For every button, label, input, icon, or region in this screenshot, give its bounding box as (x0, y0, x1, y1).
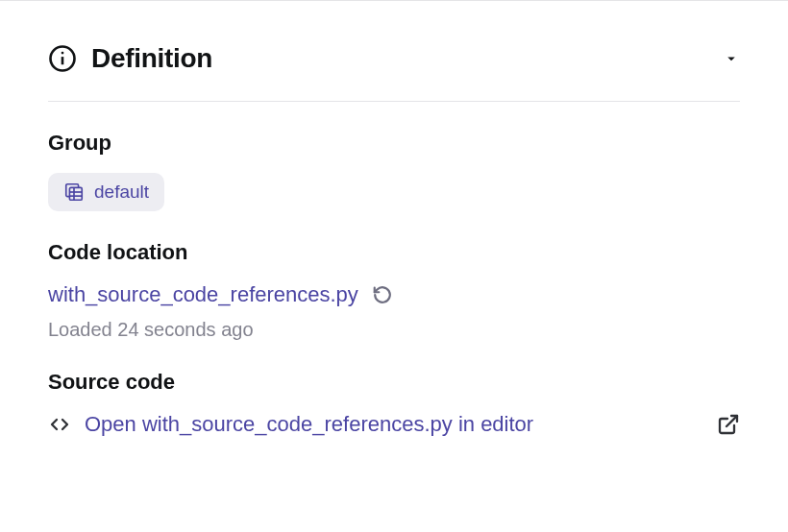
svg-point-2 (62, 52, 64, 55)
group-label: Group (48, 131, 740, 156)
code-location-section: Code location with_source_code_reference… (48, 211, 740, 341)
loaded-status: Loaded 24 seconds ago (48, 319, 740, 341)
definition-panel: Definition Group default Code locatio (0, 9, 788, 437)
code-location-label: Code location (48, 240, 740, 265)
svg-line-8 (726, 416, 737, 426)
chevron-down-icon[interactable] (723, 50, 740, 67)
group-chip[interactable]: default (48, 173, 164, 211)
table-stack-icon (63, 181, 85, 203)
source-code-label: Source code (48, 370, 740, 395)
open-in-editor-link[interactable]: Open with_source_code_references.py in e… (85, 412, 533, 437)
code-location-row: with_source_code_references.py (48, 282, 393, 307)
code-icon (48, 413, 71, 436)
group-section: Group default (48, 102, 740, 211)
refresh-icon[interactable] (372, 284, 393, 305)
group-chip-label: default (94, 181, 149, 203)
panel-header[interactable]: Definition (48, 24, 740, 102)
panel-header-left: Definition (48, 43, 212, 74)
external-link-icon[interactable] (717, 413, 740, 436)
source-code-section: Source code Open with_source_code_refere… (48, 341, 740, 437)
panel-title: Definition (91, 43, 212, 74)
source-code-row: Open with_source_code_references.py in e… (48, 412, 740, 437)
code-location-link[interactable]: with_source_code_references.py (48, 282, 358, 307)
info-icon (48, 44, 77, 73)
svg-rect-4 (69, 187, 82, 200)
